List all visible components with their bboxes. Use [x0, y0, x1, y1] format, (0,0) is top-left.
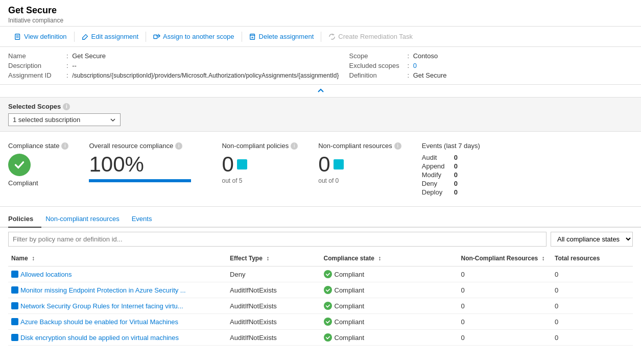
non-compliant-policies-metric: Non-compliant policies i 0 out of 5: [222, 142, 298, 184]
non-compliant-resources-sub: out of 0: [318, 177, 401, 184]
compliance-sort-icon[interactable]: ↕: [378, 255, 381, 262]
total-cell: 0: [552, 298, 633, 314]
policy-cube-icon: [11, 302, 18, 309]
edit-icon: [82, 33, 89, 40]
info-definition-row: Definition : Get Secure: [349, 71, 633, 79]
check-svg: [325, 319, 330, 324]
total-cell: 0: [552, 282, 633, 298]
separator: [242, 32, 242, 42]
delete-assignment-button[interactable]: Delete assignment: [243, 31, 320, 42]
definition-label: Definition: [349, 71, 406, 79]
tab-non-compliant-resources[interactable]: Non-compliant resources: [45, 211, 128, 228]
page-header: Get Secure Initiative compliance: [0, 0, 641, 27]
policy-name-link[interactable]: Allowed locations: [11, 271, 224, 278]
policy-name-link[interactable]: Azure Backup should be enabled for Virtu…: [11, 318, 224, 326]
small-check-icon: [324, 302, 332, 310]
overall-info-icon[interactable]: i: [175, 142, 182, 150]
check-svg: [325, 303, 330, 308]
noncompliant-sort-icon[interactable]: ↕: [542, 255, 545, 262]
policy-name-cell: Monitor missing Endpoint Protection in A…: [8, 282, 227, 298]
events-metric: Events (last 7 days) Audit0Append0Modify…: [422, 142, 480, 196]
event-value: 0: [454, 171, 458, 179]
policy-name-cell: Allowed locations: [8, 266, 227, 282]
checkmark-icon: [13, 158, 26, 172]
compliance-info-icon[interactable]: i: [61, 142, 68, 150]
event-label: Append: [422, 162, 450, 170]
svg-rect-3: [154, 35, 157, 38]
table-row: Monitor missing Endpoint Protection in A…: [8, 282, 633, 298]
non-compliant-policies-sub: out of 5: [222, 177, 298, 184]
small-check-icon: [324, 333, 332, 342]
assign-icon: [153, 33, 160, 40]
col-noncompliant-header: Non-Compliant Resources ↕: [458, 251, 552, 266]
resources-info-icon[interactable]: i: [394, 142, 401, 150]
effect-sort-icon[interactable]: ↕: [266, 255, 269, 262]
table-row: Disk encryption should be applied on vir…: [8, 330, 633, 346]
scope-info-icon[interactable]: i: [63, 103, 70, 110]
compliance-cell: Compliant: [321, 266, 458, 282]
page-subtitle: Initiative compliance: [8, 17, 633, 24]
compliance-filter-dropdown[interactable]: All compliance states: [551, 232, 633, 247]
assignment-label: Assignment ID: [8, 71, 64, 79]
desc-value: --: [72, 62, 77, 69]
edit-assignment-button[interactable]: Edit assignment: [76, 31, 145, 42]
info-section: Name : Get Secure Description : -- Assig…: [0, 47, 641, 85]
effect-cell: AuditIfNotExists: [227, 282, 320, 298]
tabs-section: PoliciesNon-compliant resourcesEvents: [0, 211, 641, 228]
name-sort-icon[interactable]: ↕: [32, 255, 35, 262]
view-definition-button[interactable]: View definition: [8, 31, 73, 42]
total-cell: 0: [552, 314, 633, 330]
page-title: Get Secure: [8, 5, 633, 16]
policy-cube-icon: [11, 286, 18, 294]
progress-bar-fill: [89, 179, 191, 182]
effect-cell: Deny: [227, 266, 320, 282]
compliant-icon: [8, 154, 31, 176]
table-row: Azure Backup should be enabled for Virtu…: [8, 314, 633, 330]
remediation-icon: [328, 33, 336, 40]
svg-rect-5: [250, 34, 254, 39]
filter-input[interactable]: [8, 232, 547, 247]
check-svg: [325, 335, 330, 340]
policy-name-link[interactable]: Monitor missing Endpoint Protection in A…: [11, 286, 224, 294]
noncompliant-cell: 0: [458, 330, 552, 346]
info-scope-row: Scope : Contoso: [349, 52, 633, 60]
noncompliant-cell: 0: [458, 282, 552, 298]
event-label: Audit: [422, 154, 450, 161]
non-compliant-resources-metric: Non-compliant resources i 0 out of 0: [318, 142, 401, 184]
create-remediation-button[interactable]: Create Remediation Task: [322, 31, 419, 42]
policies-info-icon[interactable]: i: [291, 142, 298, 150]
event-value: 0: [454, 188, 458, 196]
desc-label: Description: [8, 62, 64, 69]
policy-name-cell: Disk encryption should be applied on vir…: [8, 330, 227, 346]
separator: [74, 32, 75, 42]
policy-name-link[interactable]: Disk encryption should be applied on vir…: [11, 334, 224, 342]
event-value: 0: [454, 154, 458, 161]
definition-value: Get Secure: [413, 71, 447, 79]
col-total-header: Total resources: [552, 251, 633, 266]
effect-cell: AuditIfNotExists: [227, 330, 320, 346]
non-compliant-policies-value: 0: [222, 154, 298, 175]
small-check-icon: [324, 318, 332, 326]
policy-cube-icon: [11, 318, 18, 325]
compliance-state-metric: Compliance state i Compliant: [8, 142, 68, 187]
compliance-cell: Compliant: [321, 298, 458, 314]
info-excluded-row: Excluded scopes : 0: [349, 62, 633, 69]
assign-scope-button[interactable]: Assign to another scope: [147, 31, 240, 42]
info-name-row: Name : Get Secure: [8, 52, 339, 60]
event-value: 0: [454, 162, 458, 170]
non-compliant-policies-title: Non-compliant policies i: [222, 142, 298, 150]
col-compliance-header: Compliance state ↕: [321, 251, 458, 266]
filter-section: All compliance states: [0, 228, 641, 251]
collapse-button[interactable]: [0, 85, 641, 98]
policy-name-link[interactable]: Network Security Group Rules for Interne…: [11, 302, 224, 310]
tab-events[interactable]: Events: [132, 211, 160, 228]
overall-compliance-title: Overall resource compliance i: [89, 142, 201, 150]
non-compliant-resources-title: Non-compliant resources i: [318, 142, 401, 150]
excluded-value[interactable]: 0: [413, 62, 417, 69]
tab-policies[interactable]: Policies: [8, 211, 41, 228]
toolbar: View definition Edit assignment Assign t…: [0, 27, 641, 47]
table-header-row: Name ↕ Effect Type ↕ Compliance state ↕ …: [8, 251, 633, 266]
scope-dropdown[interactable]: 1 selected subscription: [8, 113, 121, 126]
check-svg: [325, 287, 330, 293]
event-label: Deny: [422, 180, 450, 187]
